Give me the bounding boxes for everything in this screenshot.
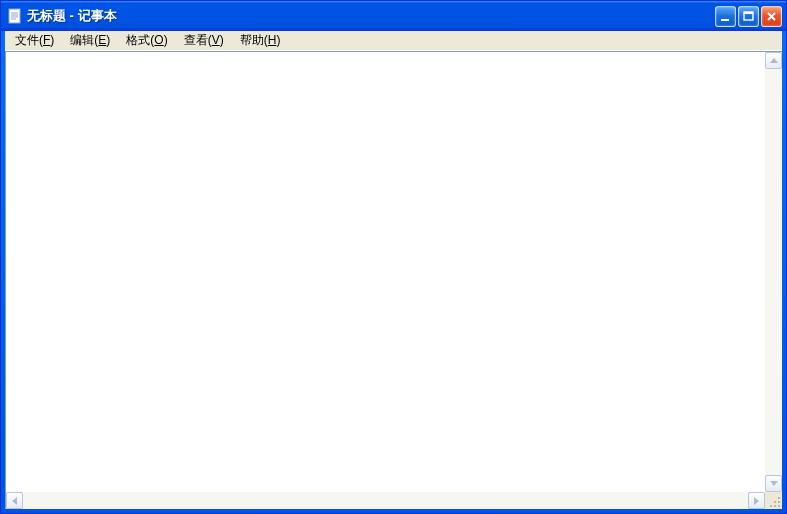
- scroll-up-button[interactable]: [765, 52, 782, 69]
- menu-format[interactable]: 格式(O): [118, 30, 175, 51]
- editor-row: [5, 51, 782, 492]
- titlebar[interactable]: 无标题 - 记事本: [1, 1, 786, 31]
- bottom-scroll-row: [5, 492, 782, 509]
- menu-help-accel: H: [268, 33, 277, 47]
- chevron-up-icon: [770, 58, 778, 63]
- chevron-right-icon: [754, 497, 759, 505]
- notepad-app-icon: [7, 8, 23, 24]
- svg-point-11: [778, 497, 780, 499]
- svg-point-13: [778, 501, 780, 503]
- maximize-icon: [743, 11, 754, 22]
- menu-file[interactable]: 文件(F): [7, 30, 62, 51]
- vertical-scrollbar[interactable]: [765, 51, 782, 492]
- svg-point-14: [770, 505, 772, 507]
- window-controls: [715, 6, 782, 27]
- maximize-button[interactable]: [738, 6, 759, 27]
- chevron-left-icon: [12, 497, 17, 505]
- menu-format-accel: O: [154, 33, 163, 47]
- resize-grip[interactable]: [765, 492, 782, 509]
- vertical-scroll-track[interactable]: [765, 69, 782, 475]
- svg-rect-0: [9, 9, 20, 23]
- scroll-left-button[interactable]: [6, 492, 23, 509]
- resize-grip-icon: [768, 495, 781, 508]
- menu-view-label: 查看: [184, 33, 208, 47]
- chevron-down-icon: [770, 481, 778, 486]
- menubar: 文件(F) 编辑(E) 格式(O) 查看(V) 帮助(H): [5, 31, 782, 51]
- menu-help[interactable]: 帮助(H): [232, 30, 289, 51]
- window-title: 无标题 - 记事本: [27, 7, 715, 25]
- svg-point-12: [774, 501, 776, 503]
- svg-point-15: [774, 505, 776, 507]
- menu-edit[interactable]: 编辑(E): [62, 30, 118, 51]
- svg-point-16: [778, 505, 780, 507]
- scroll-right-button[interactable]: [748, 492, 765, 509]
- menu-view[interactable]: 查看(V): [176, 30, 232, 51]
- client-area: 文件(F) 编辑(E) 格式(O) 查看(V) 帮助(H): [5, 31, 782, 509]
- menu-file-accel: F: [43, 33, 50, 47]
- close-button[interactable]: [761, 6, 782, 27]
- menu-edit-accel: E: [98, 33, 106, 47]
- menu-help-label: 帮助: [240, 33, 264, 47]
- minimize-button[interactable]: [715, 6, 736, 27]
- svg-rect-8: [744, 12, 753, 14]
- menu-file-label: 文件: [15, 33, 39, 47]
- menu-edit-label: 编辑: [70, 33, 94, 47]
- menu-format-label: 格式: [126, 33, 150, 47]
- notepad-window: 无标题 - 记事本 文: [0, 0, 787, 514]
- svg-rect-6: [721, 19, 729, 21]
- scroll-down-button[interactable]: [765, 475, 782, 492]
- horizontal-scrollbar[interactable]: [5, 492, 765, 509]
- menu-view-accel: V: [212, 33, 220, 47]
- minimize-icon: [720, 11, 731, 22]
- editor-container: [5, 51, 782, 509]
- text-editor[interactable]: [5, 51, 765, 492]
- horizontal-scroll-track[interactable]: [23, 492, 748, 509]
- close-icon: [766, 11, 777, 22]
